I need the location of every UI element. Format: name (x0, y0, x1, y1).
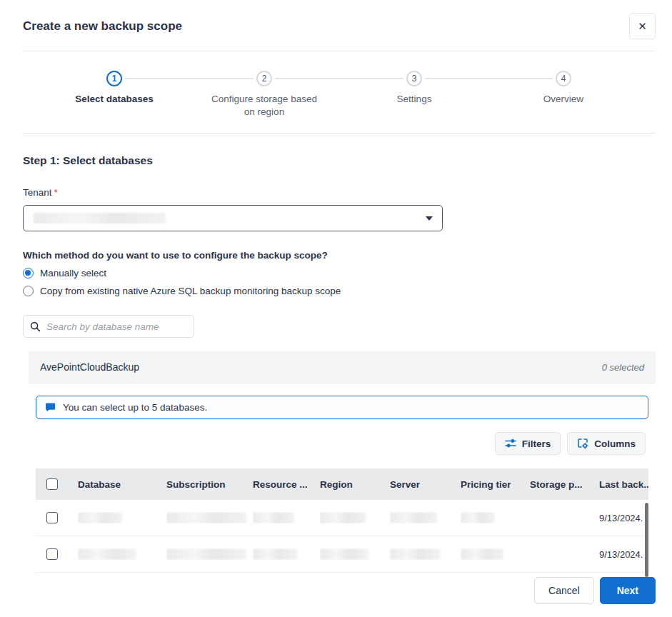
column-header-server[interactable]: Server (390, 479, 461, 490)
redacted-resource (253, 548, 297, 560)
info-banner: You can select up to 5 databases. (36, 396, 648, 419)
redacted-pricing-tier (461, 512, 495, 523)
redacted-pricing-tier (461, 548, 503, 560)
wizard-stepper: 1 Select databases 2 Configure storage b… (0, 51, 672, 133)
column-header-database[interactable]: Database (78, 479, 166, 490)
columns-button[interactable]: Columns (567, 432, 646, 455)
modal-title: Create a new backup scope (23, 13, 182, 34)
step-label: Select databases (43, 93, 186, 106)
modal-header: Create a new backup scope ✕ (0, 0, 672, 39)
redacted-region (320, 548, 368, 560)
panel-body: You can select up to 5 databases. Filter… (29, 383, 656, 573)
table-header-row: Database Subscription Resource ... Regio… (36, 468, 648, 500)
database-table: Database Subscription Resource ... Regio… (36, 468, 648, 573)
redacted-server (390, 512, 437, 523)
radio-manually-select[interactable]: Manually select (23, 268, 672, 279)
required-asterisk: * (54, 187, 58, 198)
select-all-checkbox[interactable] (46, 478, 58, 490)
redacted-region (320, 512, 366, 523)
column-header-region[interactable]: Region (320, 479, 390, 490)
next-button[interactable]: Next (600, 577, 656, 604)
last-backup-date: 9/13/2024. (599, 549, 648, 560)
table-row[interactable]: 9/13/2024. (36, 536, 648, 573)
row-checkbox[interactable] (46, 512, 58, 523)
row-checkbox[interactable] (46, 548, 58, 560)
redacted-subscription (166, 512, 246, 523)
tenant-label: Tenant* (23, 187, 672, 198)
column-header-pricing-tier[interactable]: Pricing tier (461, 479, 530, 490)
close-icon: ✕ (638, 20, 647, 33)
step-label: Settings (343, 93, 486, 106)
panel-header: AvePointCloudBackup 0 selected (29, 351, 656, 383)
redacted-database (78, 512, 122, 523)
sliders-icon (505, 438, 516, 449)
radio-selected-icon (23, 268, 34, 279)
selected-count: 0 selected (602, 362, 644, 373)
search-icon (30, 321, 41, 332)
table-vertical-scrollbar[interactable] (645, 503, 648, 577)
step-overview[interactable]: 4 Overview (492, 71, 635, 106)
database-search (23, 315, 194, 338)
method-question: Which method do you want to use to confi… (23, 250, 672, 261)
columns-label: Columns (594, 438, 636, 449)
radio-label: Manually select (40, 268, 106, 279)
tenant-select[interactable] (23, 205, 443, 231)
redacted-server (390, 548, 440, 560)
search-input[interactable] (46, 321, 187, 332)
close-button[interactable]: ✕ (629, 13, 656, 39)
radio-unselected-icon (23, 286, 34, 296)
columns-settings-icon (577, 438, 588, 449)
step-select-databases[interactable]: 1 Select databases (43, 71, 186, 106)
radio-copy-existing[interactable]: Copy from existing native Azure SQL back… (23, 286, 672, 296)
redacted-resource (253, 512, 294, 523)
tenant-value-redacted (34, 213, 166, 224)
table-row[interactable]: 9/13/2024. (36, 500, 648, 536)
step-number-badge: 3 (406, 71, 422, 86)
last-backup-date: 9/13/2024. (599, 513, 648, 523)
filters-label: Filters (522, 438, 551, 449)
step-number-badge: 2 (256, 71, 272, 86)
stepper-divider (23, 133, 656, 134)
cancel-button[interactable]: Cancel (534, 577, 594, 604)
modal-footer: Cancel Next (534, 577, 656, 604)
column-header-subscription[interactable]: Subscription (166, 479, 253, 490)
column-header-storage[interactable]: Storage p... (530, 479, 599, 490)
radio-label: Copy from existing native Azure SQL back… (40, 286, 341, 296)
step-number-badge: 4 (556, 71, 571, 86)
redacted-subscription (166, 548, 246, 560)
chevron-down-icon (426, 216, 433, 221)
redacted-database (78, 548, 136, 560)
column-header-resource[interactable]: Resource ... (253, 479, 320, 490)
comment-bubble-icon (45, 402, 56, 413)
database-panel: AvePointCloudBackup 0 selected You can s… (29, 351, 656, 573)
info-banner-text: You can select up to 5 databases. (63, 402, 207, 413)
step-label: Configure storage based on region (193, 93, 336, 119)
step-number-badge: 1 (106, 71, 122, 86)
step-configure-storage[interactable]: 2 Configure storage based on region (193, 71, 336, 119)
column-header-last-backup[interactable]: Last back.. (599, 479, 648, 490)
panel-title: AvePointCloudBackup (40, 361, 139, 373)
step-heading: Step 1: Select databases (23, 154, 672, 167)
step-settings[interactable]: 3 Settings (343, 71, 486, 106)
table-toolbar: Filters Columns (36, 432, 648, 455)
step-label: Overview (492, 93, 635, 106)
filters-button[interactable]: Filters (495, 432, 561, 455)
